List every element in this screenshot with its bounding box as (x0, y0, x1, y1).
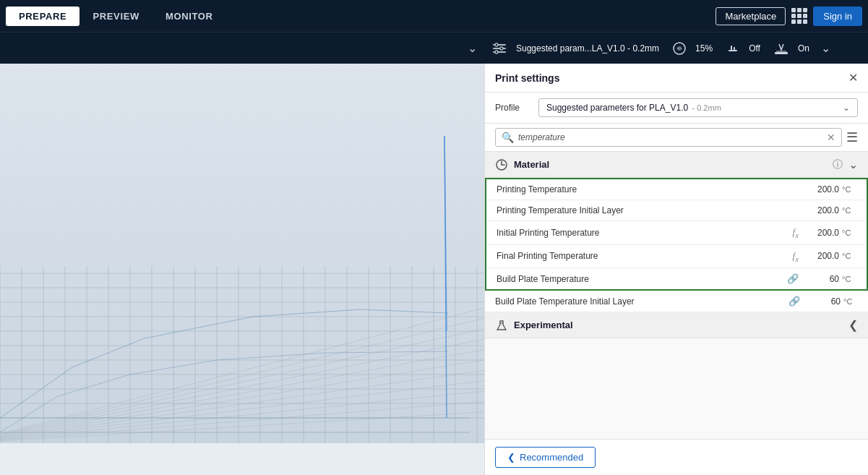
main-content: Print settings ✕ Profile Suggested param… (0, 64, 868, 475)
final-printing-temperature-row: Final Printing Temperature fx 200.0 °C (486, 245, 867, 269)
infill-percent: 15% (695, 43, 713, 54)
recommended-chevron-left-icon: ❮ (507, 452, 515, 463)
build-plate-temperature-unit: °C (842, 275, 856, 283)
svg-rect-1 (493, 48, 506, 49)
prepare-tab[interactable]: PREPARE (6, 7, 80, 26)
svg-point-5 (495, 51, 498, 54)
adhesion-icon (773, 40, 789, 56)
grid-dot (791, 20, 796, 24)
grid-dot (797, 20, 802, 24)
settings-content: Material ⓘ ⌄ Printing Temperature 200.0 … (485, 152, 868, 439)
grid-dot (791, 8, 796, 12)
build-plate-temperature-value[interactable]: 60 (803, 274, 839, 284)
initial-printing-temperature-value[interactable]: 200.0 (803, 228, 839, 238)
experimental-section-header[interactable]: Experimental ❮ (485, 312, 868, 338)
adhesion-status: On (798, 43, 809, 54)
initial-printing-temperature-row: Initial Printing Temperature fx 200.0 °C (486, 221, 867, 245)
svg-rect-9 (734, 47, 735, 50)
grid-dot (803, 14, 807, 18)
build-plate-temperature-initial-layer-unit: °C (843, 297, 858, 306)
support-icon (726, 41, 740, 56)
printing-temperature-initial-layer-label: Printing Temperature Initial Layer (497, 205, 803, 215)
printing-temperature-initial-layer-unit: °C (842, 206, 856, 215)
printing-temperature-initial-layer-row: Printing Temperature Initial Layer 200.0… (486, 200, 867, 221)
apps-grid-icon[interactable] (791, 8, 807, 24)
profile-dropdown-chevron-icon: ⌄ (843, 103, 850, 113)
final-printing-temperature-value[interactable]: 200.0 (803, 251, 839, 261)
material-section-header: Material ⓘ ⌄ (485, 152, 868, 178)
toolbar-chevron-down-icon[interactable]: ⌄ (468, 41, 477, 55)
profile-dropdown[interactable]: Suggested parameters for PLA_V1.0 - 0.2m… (538, 98, 858, 117)
signin-button[interactable]: Sign in (813, 7, 862, 26)
grid-dot (797, 8, 802, 12)
material-info-icon[interactable]: ⓘ (833, 158, 843, 171)
monitor-tab[interactable]: MONITOR (152, 7, 226, 26)
printing-temperature-unit: °C (842, 185, 856, 194)
viewport-background (0, 64, 484, 475)
sub-toolbar: ⌄ Suggested param...LA_V1.0 - 0.2mm 15% … (0, 32, 868, 64)
3d-viewport-svg (0, 64, 484, 443)
printing-temperature-label: Printing Temperature (497, 184, 803, 194)
close-icon[interactable]: ✕ (848, 71, 858, 85)
panel-title: Print settings (495, 72, 559, 84)
material-icon (495, 158, 508, 171)
build-plate-temperature-initial-layer-label: Build Plate Temperature Initial Layer (495, 296, 788, 307)
printing-temperature-row: Printing Temperature 200.0 °C (486, 179, 867, 200)
initial-printing-temperature-unit: °C (842, 228, 856, 237)
profile-name: Suggested param...LA_V1.0 - 0.2mm (516, 43, 659, 54)
experimental-section-title: Experimental (514, 320, 843, 330)
final-printing-temperature-unit: °C (842, 252, 856, 260)
printing-temperature-value[interactable]: 200.0 (803, 184, 839, 194)
search-clear-icon[interactable]: ✕ (827, 132, 835, 143)
initial-temp-function-icon: fx (793, 226, 799, 239)
svg-point-3 (495, 43, 498, 46)
recommended-button[interactable]: ❮ Recommended (495, 447, 596, 468)
panel-header: Print settings ✕ (485, 64, 868, 93)
search-input[interactable] (518, 132, 822, 142)
profile-label: Profile (495, 103, 531, 113)
build-plate-temperature-row: Build Plate Temperature 🔗 60 °C (486, 268, 867, 289)
svg-rect-7 (729, 50, 737, 51)
build-plate-link-icon: 🔗 (787, 273, 799, 284)
right-panel: Print settings ✕ Profile Suggested param… (484, 64, 868, 475)
viewport (0, 64, 484, 475)
svg-rect-12 (0, 64, 484, 443)
build-plate-temperature-label: Build Plate Temperature (497, 274, 787, 284)
search-row: 🔍 ✕ ☰ (485, 124, 868, 152)
experimental-section-chevron-icon[interactable]: ❮ (848, 318, 858, 332)
build-plate-initial-link-icon: 🔗 (788, 296, 800, 307)
profile-dropdown-main: Suggested parameters for PLA_V1.0 (546, 103, 688, 113)
nav-right: Marketplace Sign in (716, 7, 862, 26)
final-temp-function-icon: fx (793, 250, 799, 263)
profile-dropdown-sub: - 0.2mm (692, 103, 721, 112)
material-section-chevron-icon[interactable]: ⌄ (848, 158, 858, 171)
svg-rect-8 (731, 46, 732, 50)
infill-icon (672, 41, 687, 56)
profile-row: Profile Suggested parameters for PLA_V1.… (485, 93, 868, 124)
search-input-wrapper: 🔍 ✕ (495, 128, 842, 147)
profile-settings-icon (491, 40, 507, 56)
sub-toolbar-left: ⌄ (0, 41, 484, 55)
recommended-button-label: Recommended (520, 452, 583, 463)
sub-toolbar-chevron-down-icon[interactable]: ⌄ (821, 41, 830, 55)
highlighted-settings-group: Printing Temperature 200.0 °C Printing T… (485, 178, 868, 291)
marketplace-button[interactable]: Marketplace (716, 7, 786, 25)
svg-rect-10 (775, 52, 788, 54)
grid-dot (803, 20, 807, 24)
sub-toolbar-right: Suggested param...LA_V1.0 - 0.2mm 15% Of… (484, 40, 868, 56)
printing-temperature-initial-layer-value[interactable]: 200.0 (803, 205, 839, 215)
top-navigation: PREPARE PREVIEW MONITOR Marketplace Sign… (0, 0, 868, 32)
material-section-title: Material (514, 159, 827, 170)
build-plate-temperature-initial-layer-value[interactable]: 60 (804, 296, 841, 307)
filter-icon[interactable]: ☰ (846, 129, 858, 145)
preview-tab[interactable]: PREVIEW (80, 7, 152, 26)
support-status: Off (749, 43, 760, 54)
final-printing-temperature-label: Final Printing Temperature (497, 251, 793, 261)
bottom-bar: ❮ Recommended (485, 439, 868, 475)
experimental-icon (495, 319, 508, 332)
search-icon: 🔍 (502, 132, 514, 143)
initial-printing-temperature-label: Initial Printing Temperature (497, 228, 793, 238)
grid-dot (797, 14, 802, 18)
build-plate-temperature-initial-layer-row: Build Plate Temperature Initial Layer 🔗 … (485, 291, 868, 312)
grid-dot (803, 8, 807, 12)
